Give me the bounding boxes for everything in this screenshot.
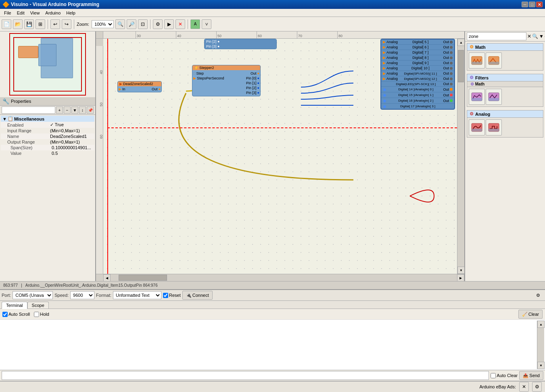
redo-button[interactable]: ↪ [62,19,71,29]
ads-close-btn[interactable]: ✕ [519,382,529,392]
terminal-scroll-up[interactable]: ▲ [537,321,545,328]
scope-tab-label: Scope [32,303,44,308]
hscroll-left[interactable]: ◀ [103,274,111,281]
terminal-scroll-track[interactable] [537,328,544,362]
prop-output-range: Output Range (Min=0,Max=1) [1,139,94,145]
zoom-out-button[interactable]: 🔎 [127,19,136,29]
menu-edit[interactable]: Edit [15,10,27,16]
undo-button[interactable]: ↩ [50,19,60,29]
hscroll-thumb[interactable] [119,275,167,281]
arduino-pin-13: Digital(LED)(SPI-SCK)[ 13 ] Out [381,81,454,87]
maximize-button[interactable]: □ [529,2,535,7]
terminal-text-area [1,321,537,369]
settings-button[interactable]: ⚙ [533,291,543,300]
stop-button[interactable]: ✕ [175,19,185,29]
analog-item-2[interactable] [486,119,502,136]
ruler-vertical: 40 50 60 [96,46,103,274]
prop-group-misc[interactable]: ▼ 📋 Miscellaneous [1,116,94,122]
clear-button[interactable]: 🧹 Clear [518,310,543,319]
arduino-pin-9: ▶Analog Digital[ 9 ] Out [381,60,454,66]
arduino-pin-14: ◉ Digital[ 14 ]/AnalogIn[ 0 ] Out [381,87,454,92]
terminal-input-field[interactable] [2,371,489,380]
search-btn[interactable]: 🔍 [532,32,538,40]
reset-label: Reset [169,293,181,298]
vscroll-up[interactable]: ▲ [457,39,464,46]
math-item-1[interactable] [469,52,485,69]
connect-button[interactable]: 🔌 Connect [182,291,213,300]
ads-settings-btn[interactable]: ⚙ [532,382,542,392]
save-button[interactable]: 💾 [24,19,34,29]
filter-item-1[interactable] [469,89,485,105]
vscroll-track[interactable] [457,46,464,267]
arduino-pin-15: ◉ Digital[ 15 ]/AnalogIn[ 1 ] Out [381,92,454,98]
reset-checkbox-label: Reset [163,293,181,298]
hold-text: Hold [40,312,49,317]
app-logo: 🔶 [2,1,9,8]
filter-items [467,87,543,107]
deadzone-node[interactable]: ▶ DeadZoneScaled2 ▶ In Out ● [117,81,162,92]
stepper-node[interactable]: ⚡ Stepper2 □Step ▶StepsPerSecond [192,65,261,96]
speed-select[interactable]: 9600 19200 115200 [70,291,94,299]
props-expand-btn[interactable]: + [56,106,63,114]
props-filter-btn[interactable]: ▼ [71,106,78,114]
arduino-component: ▶Analog Digital[ 5 ] Out ▶Analog Digital… [380,39,455,110]
autoscroll-checkbox[interactable] [2,312,8,317]
close-button[interactable]: ✕ [536,2,543,7]
arduino-logo: A [190,19,200,29]
scope-tab[interactable]: Scope [27,302,49,309]
autoscroll-text: Auto Scroll [8,312,30,317]
vscroll-thumb[interactable] [458,50,464,82]
ruler-tick-60: 60 [257,31,262,39]
autoclear-checkbox[interactable] [491,373,496,378]
comp-group-analog: ⚙ Analog [467,110,543,138]
props-collapse-btn[interactable]: − [64,106,71,114]
search-options-btn[interactable]: ▼ [539,32,544,40]
new-button[interactable]: 📄 [2,19,11,29]
autoscroll-label: Auto Scroll [2,312,30,317]
menu-arduino[interactable]: Arduino [43,10,63,16]
minimize-button[interactable]: ─ [522,2,528,7]
upload-button[interactable]: ▶ [164,19,174,29]
component-search-input[interactable] [467,32,526,40]
visuino-btn[interactable]: V [202,19,211,29]
filter-item-2[interactable] [486,89,502,105]
zoom-select[interactable]: 100% 50% 75% 125% 150% [92,20,114,28]
grid-button[interactable]: ⊞ [35,19,45,29]
zoom-label: Zoom: [77,22,89,27]
open-button[interactable]: 📂 [13,19,23,29]
props-sort-btn[interactable]: ↕ [79,106,86,114]
analog-item-1[interactable] [469,119,485,136]
toolbar: 📄 📂 💾 ⊞ ↩ ↪ Zoom: 100% 50% 75% 125% 150%… [0,17,545,31]
search-clear-btn[interactable]: ✕ [527,32,531,40]
format-select[interactable]: Unformatted Text ASCII HEX [113,291,161,299]
compile-button[interactable]: ⚙ [153,19,163,29]
props-search[interactable] [2,106,55,114]
menu-view[interactable]: View [28,10,42,16]
prop-output-range-value: (Min=0,Max=1) [50,140,93,144]
props-pin-btn[interactable]: 📌 [87,106,94,114]
zoom-in-button[interactable]: 🔍 [115,19,125,29]
vscroll-down[interactable]: ▼ [457,267,464,274]
terminal-tab[interactable]: Terminal [2,302,27,309]
comp-group-filters-header[interactable]: ⚙ Filters [467,74,543,81]
comp-group-math: ⚙ Math [467,43,543,71]
terminal-scroll-down[interactable]: ▼ [537,362,545,369]
red-border-line [107,39,108,274]
analog-items [467,118,543,138]
clear-label: Clear [528,312,539,317]
comp-group-math-header[interactable]: ⚙ Math [467,43,543,51]
math-item-2[interactable] [486,52,502,69]
hscroll-right[interactable]: ▶ [457,274,464,281]
reset-checkbox[interactable] [163,293,168,298]
menu-help[interactable]: Help [64,10,78,16]
hold-label: Hold [34,312,49,317]
comp-group-analog-header[interactable]: ⚙ Analog [467,110,543,118]
prop-enabled-value: ✓ True [50,122,93,127]
hscroll-track[interactable] [111,274,457,281]
send-button[interactable]: 📤 Send [519,371,543,380]
zoom-fit-button[interactable]: ⊡ [138,19,148,29]
prop-value-value: 0.5 [52,151,93,156]
menu-file[interactable]: File [2,10,14,16]
port-select[interactable]: COM5 (Unava COM1 COM2 [13,291,53,299]
hold-checkbox[interactable] [34,312,39,317]
